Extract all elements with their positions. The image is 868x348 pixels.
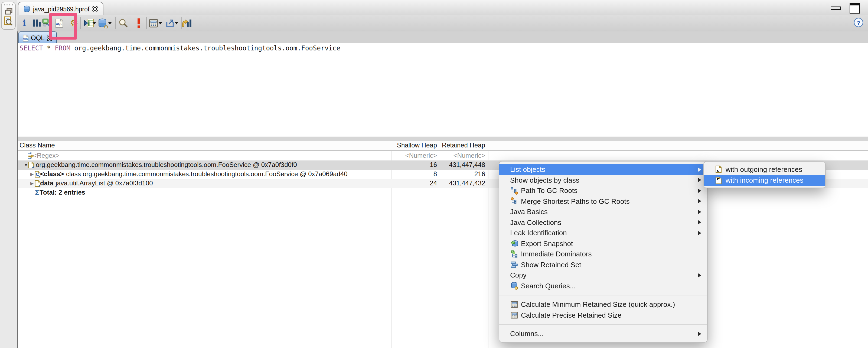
- error-log-button[interactable]: [133, 17, 145, 29]
- rail-panel: [1, 2, 16, 30]
- row-label: datajava.util.ArrayList @ 0x7a0f3d100: [40, 179, 153, 188]
- outgoing-references-icon: [715, 166, 722, 173]
- menu-item-java-basics[interactable]: Java Basics: [499, 206, 707, 217]
- menu-item-calculate-minimum-retained-size[interactable]: Calculate Minimum Retained Size (quick a…: [499, 299, 707, 310]
- help-button[interactable]: ?: [854, 18, 863, 27]
- query-browser-button[interactable]: ⚙: [96, 17, 108, 29]
- retained-heap-filter-input[interactable]: <Numeric>: [440, 151, 488, 161]
- export-dropdown-icon[interactable]: [174, 22, 179, 27]
- merge-gc-roots-icon: [510, 198, 519, 205]
- submenu-arrow-icon: [698, 273, 701, 278]
- submenu-arrow-icon: [698, 210, 701, 214]
- submenu-item-with-outgoing-references[interactable]: with outgoing references: [704, 164, 825, 175]
- menu-item-show-objects-by-class[interactable]: Show objects by class: [499, 175, 707, 185]
- menu-item-calculate-precise-retained-size[interactable]: Calculate Precise Retained Size: [499, 310, 707, 320]
- tab-label: java_pid29569.hprof: [33, 6, 89, 12]
- search-button[interactable]: [117, 17, 129, 29]
- menu-item-export-snapshot[interactable]: Export Snapshot: [499, 238, 707, 249]
- calculate-dropdown-icon[interactable]: [158, 22, 162, 27]
- calculator-icon: [510, 301, 519, 308]
- menu-item-columns[interactable]: Columns...: [499, 328, 707, 339]
- toolbar: i OQL ⚙: [17, 15, 868, 32]
- histogram-icon: [33, 20, 41, 27]
- column-header-shallow-heap[interactable]: Shallow Heap: [391, 141, 440, 150]
- menu-item-leak-identification[interactable]: Leak Identification: [499, 228, 707, 238]
- table-header-row: Class Name Shallow Heap Retained Heap: [18, 141, 868, 151]
- menu-item-path-to-gc-roots[interactable]: Path To GC Roots: [499, 185, 707, 196]
- oql-view-tab-bar: OQL OQL: [17, 31, 868, 44]
- menu-separator: [499, 324, 707, 325]
- inspector-view-button[interactable]: [2, 16, 15, 27]
- editor-tab-bar: java_pid29569.hprof: [17, 0, 868, 16]
- retained-heap-value: 431,447,432: [440, 179, 488, 188]
- search-queries-icon: [510, 282, 519, 290]
- oql-query-pane[interactable]: SELECT * FROM org.geekbang.time.commonmi…: [18, 44, 868, 137]
- retained-heap-value: 431,447,448: [440, 161, 488, 170]
- class-icon: C: [35, 170, 41, 179]
- shallow-heap-filter-input[interactable]: <Numeric>: [391, 151, 440, 161]
- table-row-total: Σ Total: 2 entries: [18, 188, 868, 197]
- list-objects-submenu: with outgoing references with incoming r…: [703, 162, 826, 188]
- calculator-icon: [149, 19, 158, 27]
- row-label: <class>class org.geekbang.time.commonmis…: [40, 170, 348, 179]
- menu-item-show-retained-set[interactable]: Show Retained Set: [499, 259, 707, 270]
- restore-view-button[interactable]: [2, 8, 15, 14]
- menu-item-java-collections[interactable]: Java Collections: [499, 217, 707, 228]
- submenu-arrow-icon: [698, 332, 701, 336]
- class-name-filter-input[interactable]: <Regex>: [33, 151, 59, 161]
- menu-item-copy[interactable]: Copy: [499, 270, 707, 281]
- submenu-arrow-icon: [698, 199, 701, 204]
- menu-item-search-queries[interactable]: Search Queries...: [499, 281, 707, 291]
- annotation-highlight-box: [49, 13, 77, 39]
- info-icon: i: [23, 19, 26, 27]
- filter-row: <Regex> <Numeric> <Numeric>: [18, 151, 868, 161]
- object-instance-icon: [28, 161, 34, 170]
- column-header-class-name[interactable]: Class Name: [18, 141, 391, 150]
- oql-doc-icon: OQL: [23, 34, 29, 41]
- expand-collapse-icon[interactable]: ▼: [24, 161, 28, 170]
- submenu-item-with-incoming-references[interactable]: with incoming references: [704, 175, 825, 186]
- incoming-references-icon: [715, 177, 722, 184]
- total-label: Total: 2 entries: [39, 188, 88, 197]
- row-label: org.geekbang.time.commonmistakes.trouble…: [34, 161, 297, 170]
- query-browser-icon: ⚙: [98, 18, 107, 28]
- drag-handle-icon[interactable]: [2, 4, 15, 5]
- oql-editor: SELECT * FROM org.geekbang.time.commonmi…: [17, 44, 868, 348]
- maximize-button[interactable]: [849, 3, 860, 13]
- export-icon: [165, 19, 175, 28]
- column-header-retained-heap[interactable]: Retained Heap: [440, 141, 488, 150]
- run-report-dropdown-icon[interactable]: [92, 22, 96, 27]
- error-icon: [137, 19, 140, 28]
- expand-collapse-icon[interactable]: ▶: [30, 179, 34, 188]
- shallow-heap-value: 8: [391, 170, 440, 179]
- heap-dump-overview-button[interactable]: i: [19, 17, 30, 29]
- compare-icon: [182, 19, 192, 27]
- query-target-class: org.geekbang.time.commonmistakes.trouble…: [74, 45, 340, 52]
- submenu-arrow-icon: [698, 231, 701, 235]
- svg-text:C: C: [36, 172, 39, 177]
- submenu-arrow-icon: [698, 188, 701, 193]
- oql-tab-label: OQL: [31, 34, 45, 42]
- object-instance-icon: [35, 179, 41, 188]
- minimize-button[interactable]: [831, 6, 841, 10]
- gc-roots-icon: [510, 187, 519, 195]
- menu-item-immediate-dominators[interactable]: Immediate Dominators: [499, 249, 707, 259]
- query-browser-dropdown-icon[interactable]: [108, 22, 112, 27]
- search-icon: [118, 19, 127, 28]
- sum-icon: Σ: [35, 188, 39, 197]
- shallow-heap-value: 24: [391, 179, 440, 188]
- submenu-arrow-icon: [698, 220, 701, 225]
- toolbar-separator: [146, 17, 147, 29]
- toolbar-separator: [115, 17, 116, 29]
- menu-item-merge-shortest-paths[interactable]: Merge Shortest Paths to GC Roots: [499, 196, 707, 206]
- expand-collapse-icon[interactable]: ▶: [30, 170, 34, 179]
- calculate-retained-size-button[interactable]: [147, 17, 159, 29]
- menu-item-list-objects[interactable]: List objects: [499, 164, 707, 175]
- tab-close-icon[interactable]: [92, 6, 98, 12]
- help-icon: ?: [857, 19, 861, 26]
- context-menu: List objects Show objects by class Path …: [499, 161, 708, 342]
- compare-to-another-heap-dump-button[interactable]: [181, 17, 193, 29]
- restore-icon: [5, 8, 12, 14]
- retained-heap-value: 216: [440, 170, 488, 179]
- query-star: *: [47, 45, 51, 52]
